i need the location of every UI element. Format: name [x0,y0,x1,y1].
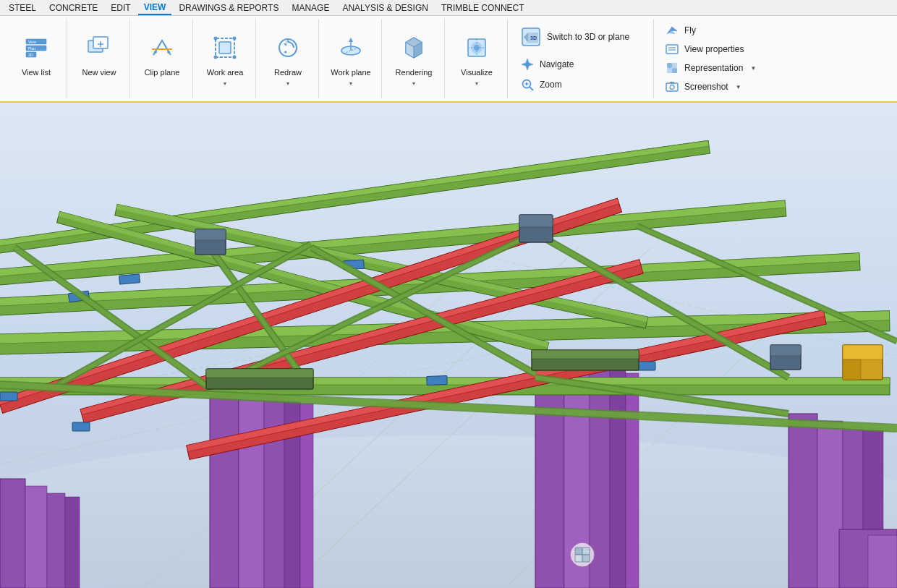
new-view-icon [82,30,116,65]
fly-button[interactable]: Fly [663,22,790,38]
work-area-button[interactable]: Work area ▼ [200,26,250,91]
svg-rect-126 [206,369,313,378]
view-properties-button[interactable]: View properties [663,41,790,57]
svg-rect-56 [47,493,65,588]
svg-marker-30 [522,59,533,70]
menu-concrete[interactable]: CONCRETE [43,1,103,14]
toolbar-right-section: 3D Switch to 3D or plane Navigate Zoom [509,19,891,98]
scene-svg [0,103,897,588]
svg-point-15 [233,37,237,41]
menu-trimble[interactable]: TRIMBLE CONNECT [435,1,530,14]
toolbar-group-visualize: Visualize ▼ [446,19,508,98]
visualize-button[interactable]: Visualize ▼ [452,26,501,91]
clip-plane-button[interactable]: Clip plane [137,26,187,91]
svg-rect-42 [666,83,678,91]
toolbar-group-redraw: Redraw ▼ [258,19,319,98]
svg-marker-21 [349,38,353,42]
toolbar-fly-section: Fly View properties Representation [654,19,799,98]
svg-rect-136 [582,555,590,562]
navigate-icon [521,58,534,71]
svg-point-17 [233,56,237,59]
nav-cube-g [571,543,594,566]
svg-rect-58 [210,385,239,588]
zoom-icon [521,78,534,91]
svg-rect-134 [582,547,590,555]
work-area-icon [208,30,242,65]
rendering-icon [396,30,431,65]
clip-plane-icon [145,30,179,65]
svg-rect-59 [239,391,264,588]
menu-view[interactable]: VIEW [138,1,172,15]
svg-rect-35 [666,45,678,54]
representation-dropdown: ▼ [750,65,756,72]
svg-rect-55 [25,486,47,588]
visualize-icon [459,30,494,65]
representation-button[interactable]: Representation ▼ [663,60,790,76]
viewport-3d[interactable] [0,103,897,588]
svg-rect-57 [65,497,80,588]
clip-plane-label: Clip plane [145,68,180,77]
switch-3d-label: Switch to 3D or plane [547,32,629,42]
toolbar-group-clip-plane: Clip plane [132,19,193,98]
work-plane-label: Work plane [331,68,370,77]
svg-point-43 [670,85,674,90]
redraw-button[interactable]: Redraw ▼ [263,26,313,91]
svg-rect-99 [0,392,17,401]
svg-rect-97 [427,376,447,385]
svg-point-46 [0,435,897,588]
new-view-label: New view [82,68,116,77]
menu-manage[interactable]: MANAGE [286,1,335,14]
screenshot-button[interactable]: Screenshot ▼ [663,79,790,95]
toolbar-group-view-list: View Plan 3D View list [6,19,67,98]
switch-3d-button[interactable]: 3D Switch to 3D or plane [518,25,645,49]
svg-text:3D: 3D [28,53,33,57]
navigate-button[interactable]: Navigate [518,56,645,72]
svg-point-16 [214,56,218,59]
toolbar-3d-nav-zoom: 3D Switch to 3D or plane Navigate Zoom [509,19,654,98]
svg-rect-13 [219,42,231,54]
svg-point-14 [214,37,218,41]
redraw-label: Redraw [274,68,302,77]
menu-steel[interactable]: STEEL [3,1,42,14]
zoom-button[interactable]: Zoom [518,77,645,93]
svg-text:Plan: Plan [28,46,35,51]
svg-rect-38 [667,63,672,68]
visualize-label: Visualize [461,68,493,77]
svg-rect-128 [532,350,639,359]
view-list-label: View list [22,68,51,77]
menu-drawings[interactable]: DRAWINGS & REPORTS [173,1,284,14]
svg-rect-100 [72,422,90,431]
work-area-label: Work area [207,68,244,77]
work-area-dropdown-arrow: ▼ [223,81,228,86]
representation-label: Representation [684,63,743,73]
view-properties-icon [666,43,679,56]
svg-point-11 [167,51,170,54]
rendering-button[interactable]: Rendering ▼ [389,26,438,91]
menu-analysis[interactable]: ANALYSIS & DESIGN [336,1,433,14]
screenshot-dropdown: ▼ [736,84,741,90]
svg-line-32 [530,87,533,90]
toolbar: View Plan 3D View list New view [0,16,897,103]
svg-rect-39 [672,63,677,68]
zoom-label: Zoom [540,80,562,90]
work-plane-button[interactable]: Work plane ▼ [326,26,375,91]
visualize-dropdown-arrow: ▼ [475,81,480,86]
svg-rect-120 [195,229,226,240]
redraw-dropdown-arrow: ▼ [286,81,291,86]
toolbar-group-work-plane: Work plane ▼ [320,19,382,98]
menu-edit[interactable]: EDIT [105,1,136,14]
view-properties-label: View properties [684,44,744,54]
view-list-icon: View Plan 3D [19,30,54,65]
svg-rect-130 [843,345,883,359]
screenshot-icon [666,80,679,93]
new-view-button[interactable]: New view [75,26,124,91]
svg-rect-122 [519,215,553,227]
svg-rect-54 [0,479,25,588]
switch-3d-icon: 3D [521,27,541,47]
view-list-button[interactable]: View Plan 3D View list [12,26,61,91]
navigate-label: Navigate [540,59,574,69]
svg-text:View: View [28,40,36,44]
svg-rect-44 [670,82,674,84]
svg-point-10 [154,51,157,54]
svg-rect-135 [575,555,582,562]
